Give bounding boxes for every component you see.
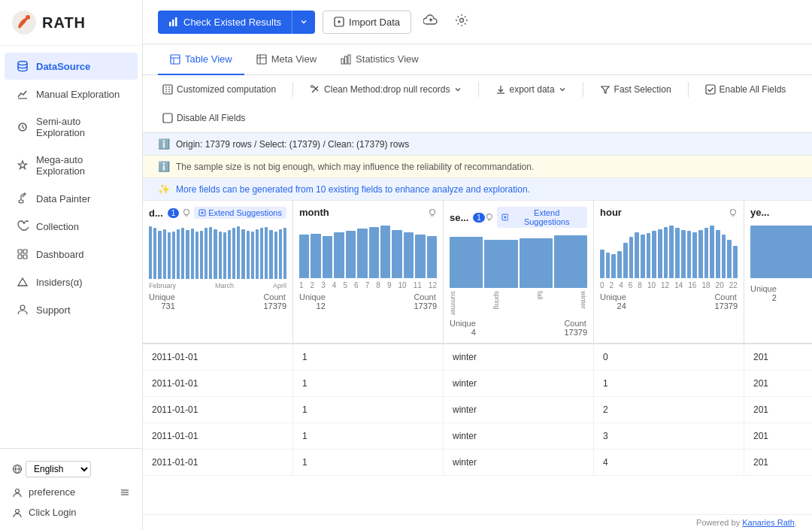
cell-hour-3: 3 (594, 423, 744, 449)
chart-bar (687, 231, 692, 278)
check-results-dropdown[interactable] (292, 11, 315, 34)
chart-bar (716, 230, 720, 278)
bulb-icon-month[interactable] (428, 208, 437, 217)
language-dropdown[interactable]: English Chinese Japanese (26, 461, 91, 477)
tab-table-view[interactable]: Table View (158, 44, 244, 75)
sidebar-item-mega-auto-label: Mega-auto Exploration (36, 154, 126, 177)
sparkles-icon (17, 159, 29, 171)
enable-all-label: Enable All Fields (720, 84, 786, 95)
chart-bar (669, 226, 674, 278)
table-row: 2011-01-011winter3201 (143, 423, 812, 450)
sidebar-item-support-label: Support (36, 304, 71, 316)
language-select-area[interactable]: English Chinese Japanese (0, 456, 142, 482)
kanaries-link[interactable]: Kanaries Rath (742, 518, 795, 527)
export-data-label: export data (510, 84, 555, 95)
axis-label: 2 (311, 281, 315, 289)
axis-label: fall (536, 291, 544, 316)
sidebar-item-support[interactable]: Support (5, 296, 138, 323)
col-axis-d: FebruaryMarchApril (149, 282, 286, 289)
sidebar-item-data-painter[interactable]: Data Painter (5, 185, 138, 212)
chart-bar (260, 228, 263, 279)
export-data-button[interactable]: export data (491, 81, 571, 98)
sidebar-item-datasource[interactable]: DataSource (5, 53, 138, 80)
login-row[interactable]: Click Login (0, 502, 142, 522)
extend-btn-season[interactable]: Extend Suggestions (497, 207, 587, 228)
cell-month-0: 1 (293, 344, 444, 370)
sidebar-item-data-painter-label: Data Painter (36, 193, 90, 204)
sidebar-item-collection[interactable]: Collection (5, 213, 138, 240)
chart-bar (652, 231, 656, 278)
sidebar-item-semi-auto[interactable]: Semi-auto Exploration (5, 108, 138, 146)
clean-method-button[interactable]: Clean Method:drop null records (305, 81, 465, 98)
tab-statistics-view[interactable]: Statistics View (329, 44, 431, 75)
separator-2 (478, 82, 479, 97)
powered-by-text: Powered by (696, 518, 742, 527)
chart-bar (279, 229, 282, 279)
chart-bar (200, 231, 203, 279)
table-row: 2011-01-011winter4201 (143, 450, 812, 476)
chart-bar (323, 236, 332, 278)
bulb-icon-season[interactable] (485, 213, 494, 222)
sidebar-item-insiders[interactable]: Insiders(α) (5, 268, 138, 295)
cell-hour-4: 4 (594, 450, 744, 475)
sidebar-item-mega-auto[interactable]: Mega-auto Exploration (5, 147, 138, 184)
cell-season-3: winter (444, 423, 594, 449)
paint-icon (17, 192, 29, 204)
computation-icon (162, 84, 173, 95)
cell-hour-1: 1 (594, 371, 744, 396)
user-icon (12, 507, 23, 518)
bulb-icon-d[interactable] (182, 208, 191, 217)
heart-icon (17, 220, 29, 232)
cloud-icon (423, 14, 438, 26)
extend-btn-d[interactable]: Extend Suggestions (194, 207, 286, 219)
list-settings-icon (120, 487, 130, 498)
check-results-main[interactable]: Check Existed Results (158, 11, 292, 34)
chart-bar (675, 228, 680, 278)
cell-season-0: winter (444, 344, 594, 370)
sidebar-item-dashboard[interactable]: Dashboard (5, 241, 138, 268)
preference-row[interactable]: preference (0, 482, 142, 502)
svg-rect-19 (175, 17, 177, 26)
tab-meta-view-label: Meta View (271, 53, 317, 65)
col-axis-hour: 0246810121416182022 (600, 281, 738, 289)
chart-bar (247, 231, 250, 279)
axis-label: March (215, 282, 234, 289)
chart-bar (241, 229, 244, 279)
disable-all-fields-button[interactable]: Disable All Fields (158, 110, 250, 126)
svg-point-1 (26, 15, 30, 20)
axis-label: 8 (638, 281, 642, 289)
tab-meta-view[interactable]: Meta View (244, 44, 329, 75)
chart-bar (357, 229, 367, 278)
chart-bar (484, 240, 517, 288)
sidebar-item-manual-exploration[interactable]: Manual Exploration (5, 80, 138, 108)
bulb-icon-hour[interactable] (729, 208, 738, 217)
chart-bar (520, 238, 553, 288)
svg-rect-34 (706, 85, 715, 94)
checkbox-empty-icon (162, 113, 173, 123)
customized-computation-button[interactable]: Customized computation (158, 81, 280, 98)
chart-bar (450, 237, 483, 288)
axis-label: 14 (674, 281, 683, 289)
svg-rect-6 (18, 255, 22, 259)
col-chart-month (299, 221, 437, 281)
svg-rect-5 (23, 250, 27, 253)
check-results-button[interactable]: Check Existed Results (158, 11, 315, 34)
enable-all-fields-button[interactable]: Enable All Fields (701, 81, 791, 98)
settings-button[interactable] (450, 9, 473, 35)
chart-bar (727, 240, 732, 278)
filter-icon (600, 84, 611, 95)
svg-point-32 (311, 86, 314, 88)
svg-point-8 (20, 305, 25, 310)
cell-hour-0: 0 (594, 344, 744, 370)
cell-month-2: 1 (293, 397, 444, 422)
import-data-button[interactable]: Import Data (323, 11, 411, 34)
grid-area: d...1 Extend SuggestionsFebruaryMarchApr… (143, 201, 812, 514)
col-badge-d: 1 (168, 208, 180, 218)
cloud-button[interactable] (419, 10, 443, 34)
import-icon (334, 17, 344, 27)
chart-bar (641, 235, 645, 278)
chart-bar (664, 227, 668, 278)
fast-selection-button[interactable]: Fast Selection (595, 81, 676, 98)
import-data-label: Import Data (349, 17, 400, 28)
grid-icon (17, 248, 29, 260)
